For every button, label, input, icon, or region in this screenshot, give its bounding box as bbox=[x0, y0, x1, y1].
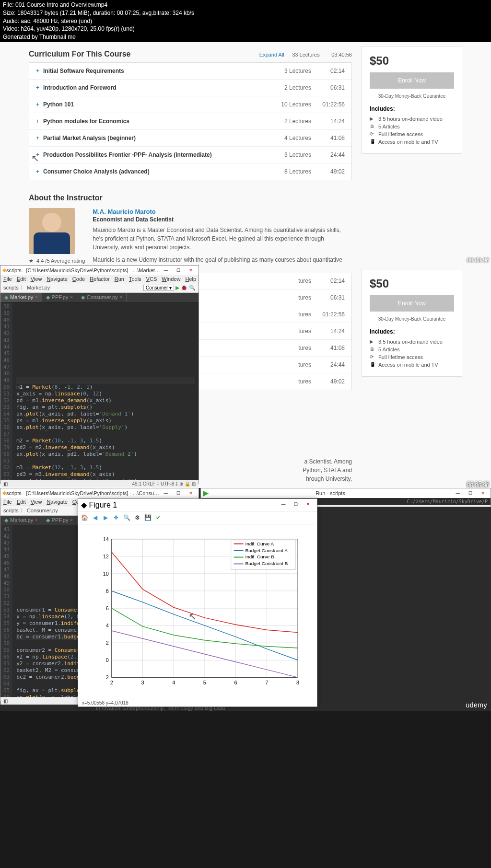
run-config-dropdown[interactable]: Consumer ▾ bbox=[143, 285, 174, 291]
editor-tab[interactable]: ◆ PPF.py × bbox=[42, 293, 77, 302]
maximize-button[interactable]: ☐ bbox=[465, 489, 476, 497]
forward-icon[interactable]: ▶ bbox=[101, 513, 110, 522]
enroll-button[interactable]: Enroll Now bbox=[370, 295, 454, 312]
menu-item[interactable]: Code bbox=[72, 276, 85, 282]
svg-text:2: 2 bbox=[110, 680, 113, 685]
menu-item[interactable]: View bbox=[31, 276, 42, 282]
svg-text:Budget Constraint B: Budget Constraint B bbox=[246, 561, 288, 566]
close-button[interactable]: ✕ bbox=[185, 266, 197, 274]
matplotlib-figure-window[interactable]: ◆ Figure 1 — ☐ ✕ 🏠 ◀ ▶ ✥ 🔍 ⚙ 💾 ✔ 2345678… bbox=[78, 498, 317, 707]
svg-text:Indif. Curve A: Indif. Curve A bbox=[246, 541, 274, 546]
svg-text:8: 8 bbox=[296, 680, 299, 685]
close-button[interactable]: ✕ bbox=[303, 500, 314, 508]
udemy-logo: udemy bbox=[466, 701, 487, 709]
minimize-button[interactable]: — bbox=[278, 500, 289, 508]
video-timestamp: 00:03:06 bbox=[467, 257, 489, 264]
close-tab-icon[interactable]: × bbox=[35, 518, 37, 522]
menu-item[interactable]: Help bbox=[185, 276, 196, 282]
minimize-button[interactable]: — bbox=[160, 266, 172, 274]
debug-icon[interactable]: 🐞 bbox=[181, 285, 187, 291]
svg-text:Budget Constraint A: Budget Constraint A bbox=[246, 548, 288, 553]
section-row[interactable]: + Partial Market Analysis (beginner) 4 L… bbox=[29, 130, 351, 147]
expand-icon[interactable]: + bbox=[36, 118, 39, 125]
include-item: 📱Access on mobile and TV bbox=[370, 361, 454, 369]
price-box: $50 Enroll Now 30-Day Money-Back Guarant… bbox=[362, 269, 462, 377]
menu-item[interactable]: View bbox=[31, 499, 42, 505]
include-icon: ▶ bbox=[370, 116, 375, 121]
menu-item[interactable]: File bbox=[3, 276, 12, 282]
editor-tab[interactable]: ◆ PPF.py × bbox=[42, 516, 77, 525]
maximize-button[interactable]: ☐ bbox=[173, 266, 184, 274]
menu-item[interactable]: VCS bbox=[146, 276, 157, 282]
star-icon: ★ bbox=[29, 258, 34, 264]
section-row[interactable]: + Initial Software Requirements 3 Lectur… bbox=[29, 63, 351, 80]
section-row[interactable]: + Python 101 10 Lectures 01:22:56 bbox=[29, 96, 351, 113]
back-icon[interactable]: ◀ bbox=[91, 513, 99, 522]
pycharm-icon: ◆ bbox=[2, 267, 6, 273]
expand-icon[interactable]: + bbox=[36, 84, 39, 91]
expand-icon[interactable]: + bbox=[36, 135, 39, 141]
run-icon[interactable]: ▶ bbox=[175, 285, 179, 291]
svg-text:4: 4 bbox=[172, 680, 175, 685]
menu-item[interactable]: Navigate bbox=[47, 499, 67, 505]
menu-item[interactable]: Tools bbox=[129, 276, 141, 282]
svg-text:3: 3 bbox=[141, 680, 144, 685]
editor-tab[interactable]: ◆ Market.py × bbox=[0, 293, 42, 302]
instructor-name-link[interactable]: M.A. Mauricio Maroto bbox=[93, 208, 352, 215]
run-title: Run - scripts bbox=[316, 490, 345, 496]
include-item: 🗎5 Articles bbox=[370, 123, 454, 130]
minimize-button[interactable]: — bbox=[160, 489, 172, 497]
section-row[interactable]: + Consumer Choice Analysis (advanced) 8 … bbox=[29, 163, 351, 180]
zoom-icon[interactable]: 🔍 bbox=[122, 513, 131, 522]
menu-item[interactable]: Refactor bbox=[90, 276, 110, 282]
menu-item[interactable]: Run bbox=[115, 276, 124, 282]
total-duration: 03:40:56 bbox=[331, 52, 352, 58]
configure-icon[interactable]: ⚙ bbox=[133, 513, 141, 522]
close-tab-icon[interactable]: × bbox=[35, 295, 37, 300]
menu-item[interactable]: Edit bbox=[17, 276, 26, 282]
section-row[interactable]: + Production Possibilites Frontier -PPF-… bbox=[29, 147, 351, 163]
maximize-button[interactable]: ☐ bbox=[290, 500, 302, 508]
close-button[interactable]: ✕ bbox=[477, 489, 489, 497]
expand-icon[interactable]: + bbox=[36, 168, 39, 175]
save-icon[interactable]: 💾 bbox=[143, 513, 152, 522]
breadcrumb[interactable]: scripts 〉 Consumer.py bbox=[3, 507, 58, 514]
menu-item[interactable]: Navigate bbox=[47, 276, 67, 282]
close-button[interactable]: ✕ bbox=[185, 489, 197, 497]
section-row[interactable]: + Python modules for Economics 2 Lecture… bbox=[29, 113, 351, 130]
close-tab-icon[interactable]: × bbox=[70, 295, 72, 300]
curriculum-title: Curriculum For This Course bbox=[29, 50, 130, 58]
svg-text:4: 4 bbox=[106, 623, 109, 628]
course-price: $50 bbox=[370, 277, 454, 290]
include-icon: 📱 bbox=[370, 139, 375, 144]
menu-bar[interactable]: FileEditViewNavigateCodeRefactorRunTools… bbox=[0, 275, 199, 283]
pan-icon[interactable]: ✥ bbox=[112, 513, 120, 522]
maximize-button[interactable]: ☐ bbox=[173, 489, 184, 497]
svg-text:Indif. Curve B: Indif. Curve B bbox=[246, 554, 275, 559]
instructor-title: Economist and Data Scientist bbox=[93, 216, 352, 223]
section-row[interactable]: + Introduction and Foreword 2 Lectures 0… bbox=[29, 80, 351, 96]
expand-icon[interactable]: + bbox=[36, 68, 39, 74]
minimize-button[interactable]: — bbox=[452, 489, 464, 497]
svg-text:-2: -2 bbox=[104, 674, 109, 680]
run-icon: ▶ bbox=[203, 488, 209, 498]
menu-item[interactable]: Edit bbox=[17, 499, 26, 505]
menu-item[interactable]: File bbox=[3, 499, 12, 505]
include-item: 🗎5 Articles bbox=[370, 346, 454, 353]
expand-all-link[interactable]: Expand All bbox=[259, 52, 284, 58]
close-tab-icon[interactable]: × bbox=[70, 518, 72, 522]
svg-text:6: 6 bbox=[234, 680, 237, 685]
editor-tab[interactable]: ◆ Consumer.py × bbox=[77, 293, 127, 302]
editor-tab[interactable]: ◆ Market.py × bbox=[0, 516, 42, 525]
search-icon[interactable]: 🔍 bbox=[189, 285, 196, 291]
enroll-button[interactable]: Enroll Now bbox=[370, 72, 454, 89]
menu-item[interactable]: Window bbox=[162, 276, 180, 282]
pycharm-window-market[interactable]: ◆ scripts - [C:\Users\Mauricio\SkyDrive\… bbox=[0, 265, 199, 484]
breadcrumb[interactable]: scripts 〉 Market.py bbox=[3, 284, 50, 291]
close-tab-icon[interactable]: × bbox=[120, 295, 122, 300]
home-icon[interactable]: 🏠 bbox=[80, 513, 89, 522]
expand-icon[interactable]: + bbox=[36, 101, 39, 108]
check-icon[interactable]: ✔ bbox=[154, 513, 163, 522]
include-item: ▶3.5 hours on-demand video bbox=[370, 338, 454, 346]
svg-text:6: 6 bbox=[106, 605, 109, 611]
